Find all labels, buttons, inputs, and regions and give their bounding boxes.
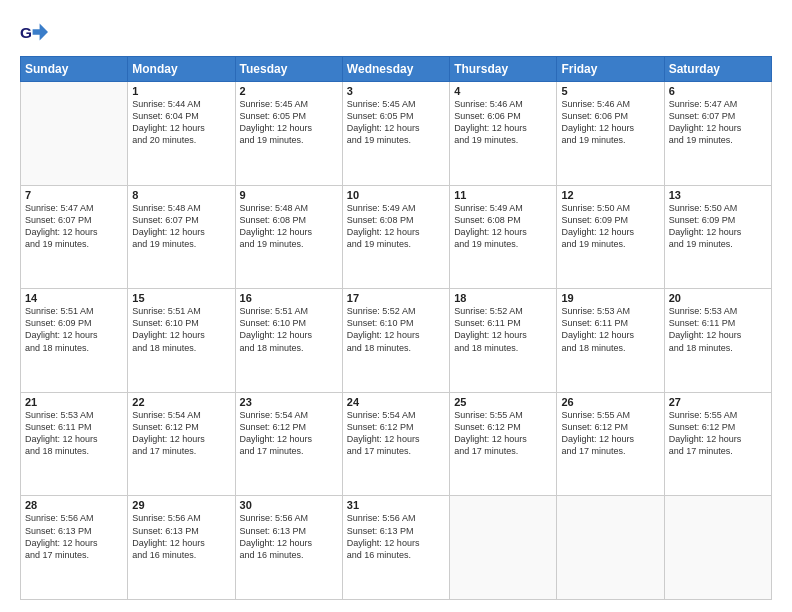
day-info: Sunrise: 5:51 AM Sunset: 6:09 PM Dayligh… [25,305,123,354]
day-number: 21 [25,396,123,408]
day-info: Sunrise: 5:54 AM Sunset: 6:12 PM Dayligh… [240,409,338,458]
day-number: 19 [561,292,659,304]
calendar-day: 25Sunrise: 5:55 AM Sunset: 6:12 PM Dayli… [450,392,557,496]
day-info: Sunrise: 5:56 AM Sunset: 6:13 PM Dayligh… [25,512,123,561]
day-number: 29 [132,499,230,511]
day-info: Sunrise: 5:45 AM Sunset: 6:05 PM Dayligh… [240,98,338,147]
day-number: 14 [25,292,123,304]
day-number: 20 [669,292,767,304]
calendar-week-1: 1Sunrise: 5:44 AM Sunset: 6:04 PM Daylig… [21,82,772,186]
calendar-day: 13Sunrise: 5:50 AM Sunset: 6:09 PM Dayli… [664,185,771,289]
calendar-day: 17Sunrise: 5:52 AM Sunset: 6:10 PM Dayli… [342,289,449,393]
calendar-day: 11Sunrise: 5:49 AM Sunset: 6:08 PM Dayli… [450,185,557,289]
day-number: 4 [454,85,552,97]
calendar-day: 3Sunrise: 5:45 AM Sunset: 6:05 PM Daylig… [342,82,449,186]
day-number: 27 [669,396,767,408]
calendar-day: 15Sunrise: 5:51 AM Sunset: 6:10 PM Dayli… [128,289,235,393]
day-info: Sunrise: 5:55 AM Sunset: 6:12 PM Dayligh… [669,409,767,458]
weekday-header-monday: Monday [128,57,235,82]
day-number: 31 [347,499,445,511]
day-number: 6 [669,85,767,97]
weekday-header-wednesday: Wednesday [342,57,449,82]
logo-icon: G [20,18,48,46]
day-info: Sunrise: 5:48 AM Sunset: 6:08 PM Dayligh… [240,202,338,251]
calendar-day: 1Sunrise: 5:44 AM Sunset: 6:04 PM Daylig… [128,82,235,186]
svg-marker-1 [33,24,48,41]
svg-text:G: G [20,24,32,41]
day-number: 25 [454,396,552,408]
calendar-day: 24Sunrise: 5:54 AM Sunset: 6:12 PM Dayli… [342,392,449,496]
day-number: 3 [347,85,445,97]
calendar-week-5: 28Sunrise: 5:56 AM Sunset: 6:13 PM Dayli… [21,496,772,600]
day-info: Sunrise: 5:47 AM Sunset: 6:07 PM Dayligh… [669,98,767,147]
day-info: Sunrise: 5:56 AM Sunset: 6:13 PM Dayligh… [240,512,338,561]
header: G [20,18,772,46]
calendar-day: 19Sunrise: 5:53 AM Sunset: 6:11 PM Dayli… [557,289,664,393]
calendar-day: 27Sunrise: 5:55 AM Sunset: 6:12 PM Dayli… [664,392,771,496]
day-number: 18 [454,292,552,304]
day-number: 28 [25,499,123,511]
day-info: Sunrise: 5:50 AM Sunset: 6:09 PM Dayligh… [669,202,767,251]
day-info: Sunrise: 5:52 AM Sunset: 6:10 PM Dayligh… [347,305,445,354]
day-number: 5 [561,85,659,97]
day-info: Sunrise: 5:53 AM Sunset: 6:11 PM Dayligh… [561,305,659,354]
day-number: 23 [240,396,338,408]
day-number: 2 [240,85,338,97]
calendar-week-3: 14Sunrise: 5:51 AM Sunset: 6:09 PM Dayli… [21,289,772,393]
calendar-day: 9Sunrise: 5:48 AM Sunset: 6:08 PM Daylig… [235,185,342,289]
calendar-day: 30Sunrise: 5:56 AM Sunset: 6:13 PM Dayli… [235,496,342,600]
day-info: Sunrise: 5:51 AM Sunset: 6:10 PM Dayligh… [240,305,338,354]
calendar-day: 14Sunrise: 5:51 AM Sunset: 6:09 PM Dayli… [21,289,128,393]
calendar-week-4: 21Sunrise: 5:53 AM Sunset: 6:11 PM Dayli… [21,392,772,496]
day-info: Sunrise: 5:53 AM Sunset: 6:11 PM Dayligh… [25,409,123,458]
day-number: 10 [347,189,445,201]
logo-text: G [20,18,52,46]
day-info: Sunrise: 5:53 AM Sunset: 6:11 PM Dayligh… [669,305,767,354]
weekday-header-sunday: Sunday [21,57,128,82]
day-info: Sunrise: 5:54 AM Sunset: 6:12 PM Dayligh… [347,409,445,458]
day-info: Sunrise: 5:45 AM Sunset: 6:05 PM Dayligh… [347,98,445,147]
calendar-day: 18Sunrise: 5:52 AM Sunset: 6:11 PM Dayli… [450,289,557,393]
calendar-day: 2Sunrise: 5:45 AM Sunset: 6:05 PM Daylig… [235,82,342,186]
day-number: 13 [669,189,767,201]
calendar-day: 23Sunrise: 5:54 AM Sunset: 6:12 PM Dayli… [235,392,342,496]
logo: G [20,18,52,46]
day-info: Sunrise: 5:50 AM Sunset: 6:09 PM Dayligh… [561,202,659,251]
day-info: Sunrise: 5:56 AM Sunset: 6:13 PM Dayligh… [347,512,445,561]
calendar-day: 8Sunrise: 5:48 AM Sunset: 6:07 PM Daylig… [128,185,235,289]
day-info: Sunrise: 5:46 AM Sunset: 6:06 PM Dayligh… [454,98,552,147]
calendar-day [450,496,557,600]
calendar-day: 28Sunrise: 5:56 AM Sunset: 6:13 PM Dayli… [21,496,128,600]
day-number: 24 [347,396,445,408]
day-info: Sunrise: 5:56 AM Sunset: 6:13 PM Dayligh… [132,512,230,561]
weekday-header-tuesday: Tuesday [235,57,342,82]
calendar-day: 6Sunrise: 5:47 AM Sunset: 6:07 PM Daylig… [664,82,771,186]
day-info: Sunrise: 5:54 AM Sunset: 6:12 PM Dayligh… [132,409,230,458]
calendar-day: 12Sunrise: 5:50 AM Sunset: 6:09 PM Dayli… [557,185,664,289]
calendar-day: 10Sunrise: 5:49 AM Sunset: 6:08 PM Dayli… [342,185,449,289]
weekday-header-saturday: Saturday [664,57,771,82]
calendar-table: SundayMondayTuesdayWednesdayThursdayFrid… [20,56,772,600]
day-info: Sunrise: 5:44 AM Sunset: 6:04 PM Dayligh… [132,98,230,147]
day-number: 22 [132,396,230,408]
calendar-day: 29Sunrise: 5:56 AM Sunset: 6:13 PM Dayli… [128,496,235,600]
day-number: 11 [454,189,552,201]
calendar-day [21,82,128,186]
calendar-day: 20Sunrise: 5:53 AM Sunset: 6:11 PM Dayli… [664,289,771,393]
calendar-day: 31Sunrise: 5:56 AM Sunset: 6:13 PM Dayli… [342,496,449,600]
day-info: Sunrise: 5:49 AM Sunset: 6:08 PM Dayligh… [347,202,445,251]
weekday-header-thursday: Thursday [450,57,557,82]
day-number: 16 [240,292,338,304]
calendar-day: 21Sunrise: 5:53 AM Sunset: 6:11 PM Dayli… [21,392,128,496]
day-number: 30 [240,499,338,511]
day-number: 12 [561,189,659,201]
day-info: Sunrise: 5:47 AM Sunset: 6:07 PM Dayligh… [25,202,123,251]
calendar-day: 7Sunrise: 5:47 AM Sunset: 6:07 PM Daylig… [21,185,128,289]
day-number: 9 [240,189,338,201]
day-info: Sunrise: 5:52 AM Sunset: 6:11 PM Dayligh… [454,305,552,354]
day-number: 15 [132,292,230,304]
calendar-week-2: 7Sunrise: 5:47 AM Sunset: 6:07 PM Daylig… [21,185,772,289]
day-number: 8 [132,189,230,201]
day-info: Sunrise: 5:55 AM Sunset: 6:12 PM Dayligh… [561,409,659,458]
day-number: 1 [132,85,230,97]
